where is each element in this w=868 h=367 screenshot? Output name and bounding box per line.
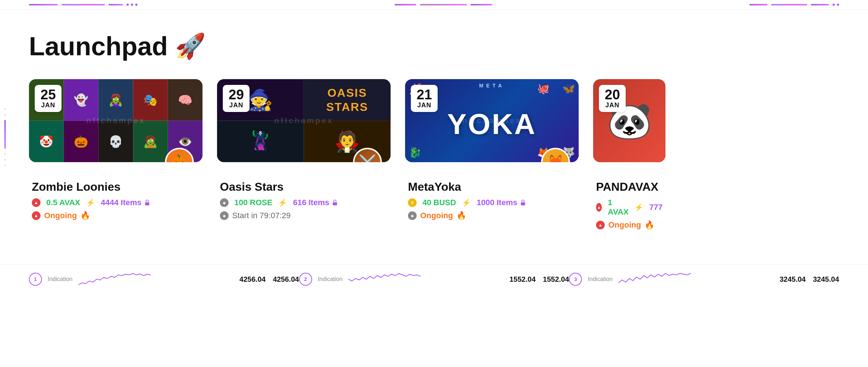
page-title-text: Launchpad bbox=[29, 31, 168, 61]
date-month: JAN bbox=[41, 102, 56, 109]
yoka-sprite: 🐙 bbox=[537, 83, 550, 95]
sparkline-1 bbox=[78, 272, 234, 286]
indicator-2: 2 Indication 1552.04 1552.04 bbox=[299, 272, 569, 286]
card-title-metayoka: MetaYoka bbox=[408, 180, 576, 194]
svg-rect-2 bbox=[521, 202, 526, 205]
card-price-metayoka: 40 BUSD bbox=[422, 198, 456, 207]
oasis-title-cell: Oasis Stars bbox=[304, 79, 391, 121]
date-month-oasis: JAN bbox=[229, 102, 244, 109]
bottom-bar: 1 Indication 4256.04 4256.04 2 Indicatio… bbox=[0, 264, 868, 294]
mosaic-cell: 💀 bbox=[98, 121, 133, 162]
items-text-oasis: 616 Items bbox=[293, 198, 329, 207]
date-day-pandavax: 20 bbox=[605, 88, 620, 102]
indicator-label-1: Indication bbox=[48, 276, 73, 282]
card-image-oasis: 🧙 Oasis Stars 🦹 🧛 bbox=[217, 79, 391, 162]
nav-line-right-3 bbox=[811, 4, 829, 5]
indicator-value1-2: 1552.04 bbox=[510, 275, 536, 284]
card-body-zombie: Zombie Loonies ▲ 0.5 AVAX ⚡ 4444 Items ▲… bbox=[29, 162, 203, 226]
card-status-pandavax: ▲ Ongoing 🔥 bbox=[596, 220, 663, 230]
status-fire-pandavax: 🔥 bbox=[644, 220, 654, 230]
yoka-meta-text: META bbox=[479, 83, 505, 88]
sparkline-3 bbox=[618, 272, 774, 286]
card-items-zombie: 4444 Items bbox=[101, 198, 151, 207]
oasis-text-line2: Stars bbox=[326, 100, 368, 113]
nav-dot bbox=[127, 4, 129, 6]
date-month-pandavax: JAN bbox=[605, 102, 620, 109]
items-text-pandavax: 777 bbox=[649, 203, 663, 212]
svg-rect-0 bbox=[145, 202, 149, 205]
oasis-cell-3: 🦹 bbox=[217, 121, 304, 162]
card-status-oasis: ◈ Start in 79:07:29 bbox=[220, 211, 388, 220]
card-status-text-pandavax: Ongoing bbox=[608, 220, 641, 230]
cards-grid: 🧟 👻 🧟‍♀️ 🎭 🧠 🤡 🎃 💀 🧟 👁️ 25 JAN bbox=[29, 79, 839, 236]
date-month-metayoka: JAN bbox=[417, 102, 432, 109]
card-status-metayoka: ◈ Ongoing 🔥 bbox=[408, 211, 576, 220]
card-title-oasis: Oasis Stars bbox=[220, 180, 388, 194]
indicator-badge-3: 3 bbox=[569, 273, 582, 286]
items-text: 4444 Items bbox=[101, 198, 142, 207]
page-title: Launchpad 🚀 bbox=[29, 31, 839, 61]
lock-icon-oasis bbox=[331, 199, 339, 206]
nav-dot bbox=[131, 4, 133, 6]
card-price-oasis: 100 ROSE bbox=[234, 198, 272, 207]
indicator-value2-2: 1552.04 bbox=[543, 275, 569, 284]
indicator-badge-2: 2 bbox=[299, 273, 312, 286]
nav-line-2 bbox=[61, 4, 105, 5]
header-left bbox=[29, 4, 137, 6]
scroll-dot bbox=[4, 153, 6, 155]
indicator-1: 1 Indication 4256.04 4256.04 bbox=[29, 272, 299, 286]
card-stats-pandavax: ▲ 1 AVAX ⚡ 777 bbox=[596, 198, 663, 217]
indicator-value2-1: 4256.04 bbox=[273, 275, 299, 284]
scroll-dot bbox=[4, 108, 6, 110]
date-badge-pandavax: 20 JAN bbox=[599, 85, 626, 112]
nav-line-right-1 bbox=[749, 4, 767, 5]
mosaic-cell: 🎃 bbox=[64, 121, 98, 162]
card-image-pandavax: 🐼 20 JAN bbox=[593, 79, 665, 162]
card-stats-metayoka: $ 40 BUSD ⚡ 1000 Items bbox=[408, 198, 576, 207]
card-zombie-loonies[interactable]: 🧟 👻 🧟‍♀️ 🎭 🧠 🤡 🎃 💀 🧟 👁️ 25 JAN bbox=[29, 79, 203, 236]
mosaic-cell: 🧟‍♀️ bbox=[98, 79, 133, 121]
card-body-oasis: Oasis Stars ◈ 100 ROSE ⚡ 616 Items ◈ Sta… bbox=[217, 162, 391, 226]
indicator-label-3: Indication bbox=[588, 276, 613, 282]
indicator-values-1: 4256.04 4256.04 bbox=[239, 275, 299, 284]
card-title-zombie: Zombie Loonies bbox=[32, 180, 200, 194]
card-status-zombie: ▲ Ongoing 🔥 bbox=[32, 211, 200, 220]
left-scrollbar bbox=[4, 108, 6, 166]
busd-status-icon: ◈ bbox=[408, 211, 417, 220]
card-metayoka[interactable]: 🚀 🐙 🦋 🐉 🦊 🐺 META YOKA 21 JAN nftchampex bbox=[405, 79, 579, 236]
nav-line-1 bbox=[29, 4, 58, 5]
nav-dot-r bbox=[833, 4, 835, 6]
card-pandavax[interactable]: 🐼 20 JAN PANDAVAX ▲ 1 AVAX ⚡ 777 bbox=[593, 79, 665, 236]
lock-icon bbox=[144, 199, 151, 206]
nav-line-center-3 bbox=[471, 4, 492, 5]
nav-line-center-2 bbox=[420, 4, 467, 5]
nav-dots-left bbox=[127, 4, 137, 6]
main-content: Launchpad 🚀 🧟 👻 🧟‍♀️ 🎭 🧠 🤡 🎃 💀 🧟 👁️ bbox=[0, 10, 868, 250]
card-oasis-stars[interactable]: 🧙 Oasis Stars 🦹 🧛 bbox=[217, 79, 391, 236]
card-image-metayoka: 🚀 🐙 🦋 🐉 🦊 🐺 META YOKA 21 JAN nftchampex bbox=[405, 79, 579, 162]
avax-icon-pandavax: ▲ bbox=[596, 203, 602, 212]
lightning-icon-metayoka: ⚡ bbox=[462, 198, 471, 207]
mosaic-cell: 🧟 bbox=[133, 121, 168, 162]
mosaic-cell: 👻 bbox=[64, 79, 98, 121]
indicator-badge-1: 1 bbox=[29, 273, 42, 286]
indicator-values-3: 3245.04 3245.04 bbox=[779, 275, 839, 284]
avax-status-icon: ▲ bbox=[32, 211, 41, 220]
oasis-banner-text: Oasis Stars bbox=[326, 86, 368, 114]
nav-line-right-2 bbox=[771, 4, 807, 5]
yoka-main-text: YOKA bbox=[447, 108, 536, 141]
status-fire-icon: 🔥 bbox=[80, 211, 90, 220]
indicator-number-3: 3 bbox=[574, 276, 577, 282]
nav-dot-r bbox=[837, 4, 839, 6]
sparkline-svg-3 bbox=[618, 272, 691, 286]
scroll-thumb[interactable] bbox=[4, 120, 6, 149]
card-stats-oasis: ◈ 100 ROSE ⚡ 616 Items bbox=[220, 198, 388, 207]
sparkline-2 bbox=[348, 272, 504, 286]
nav-dot bbox=[135, 4, 137, 6]
indicator-number-1: 1 bbox=[34, 276, 37, 282]
date-badge-zombie: 25 JAN bbox=[35, 85, 61, 112]
rose-icon: ◈ bbox=[220, 198, 229, 207]
card-items-metayoka: 1000 Items bbox=[477, 198, 527, 207]
indicator-label-2: Indication bbox=[318, 276, 343, 282]
card-status-text-metayoka: Ongoing bbox=[420, 211, 453, 220]
